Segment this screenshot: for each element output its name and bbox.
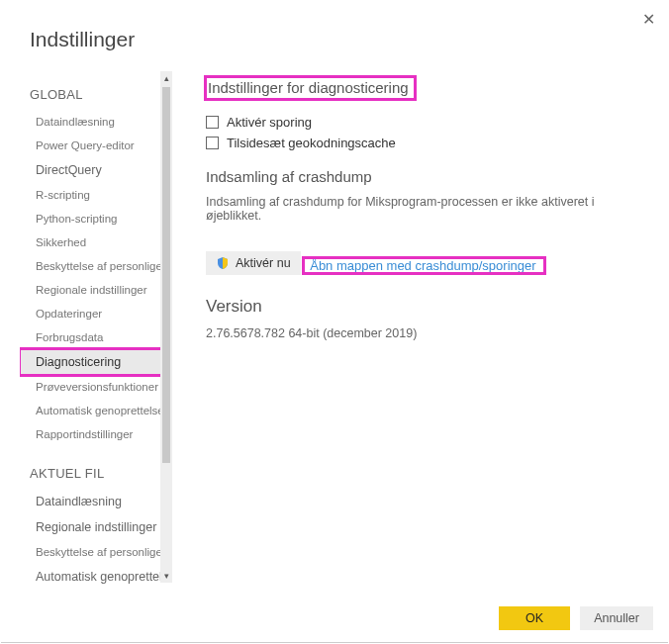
enable-now-button[interactable]: Aktivér nu <box>206 251 301 275</box>
settings-dialog: ✕ Indstillinger ▴ ▾ GLOBAL Dataindlæsnin… <box>0 0 669 644</box>
sidebar-item-power-query-editor[interactable]: Power Query-editor <box>20 134 172 157</box>
checkbox-icon <box>206 137 219 149</box>
enable-tracing-label: Aktivér sporing <box>227 115 312 130</box>
shield-icon <box>216 256 230 270</box>
sidebar-item-current-dataindlaesning[interactable]: Dataindlæsning <box>20 489 172 514</box>
enable-now-label: Aktivér nu <box>236 256 291 270</box>
sidebar-item-current-automatisk[interactable]: Automatisk genoprettelse <box>20 564 172 585</box>
crash-dump-heading: Indsamling af crashdump <box>206 168 649 185</box>
open-crashdump-folder-link[interactable]: Åbn mappen med crashdump/sporinger <box>304 255 543 278</box>
sidebar-item-forbrugsdata[interactable]: Forbrugsdata <box>20 325 172 349</box>
scrollbar-thumb[interactable] <box>162 87 170 463</box>
checkbox-icon <box>206 116 219 129</box>
sidebar-item-diagnosticering[interactable]: Diagnosticering <box>20 349 172 375</box>
override-geocoding-checkbox[interactable]: Tilsidesæt geokodningscache <box>206 136 649 150</box>
sidebar-item-directquery[interactable]: DirectQuery <box>20 157 172 183</box>
dialog-footer: OK Annuller <box>499 606 653 630</box>
sidebar: ▴ ▾ GLOBAL Dataindlæsning Power Query-ed… <box>20 69 172 585</box>
sidebar-item-opdateringer[interactable]: Opdateringer <box>20 302 172 325</box>
sidebar-item-current-regionale[interactable]: Regionale indstillinger <box>20 514 172 540</box>
enable-tracing-checkbox[interactable]: Aktivér sporing <box>206 115 649 130</box>
divider <box>1 642 668 643</box>
sidebar-item-regionale[interactable]: Regionale indstillinger <box>20 278 172 302</box>
content-pane: Indstillinger for diagnosticering Aktivé… <box>172 69 657 585</box>
sidebar-item-automatisk-genoprettelse[interactable]: Automatisk genoprettelse <box>20 399 172 422</box>
diagnostics-settings-heading: Indstillinger for diagnosticering <box>206 77 415 99</box>
version-heading: Version <box>206 297 649 317</box>
dialog-body: ▴ ▾ GLOBAL Dataindlæsning Power Query-ed… <box>20 69 657 585</box>
open-folder-link-wrapper: Åbn mappen med crashdump/sporinger <box>304 258 543 273</box>
sidebar-item-r-scripting[interactable]: R-scripting <box>20 183 172 207</box>
sidebar-item-dataindlaesning[interactable]: Dataindlæsning <box>20 110 172 134</box>
sidebar-item-python-scripting[interactable]: Python-scripting <box>20 207 172 230</box>
sidebar-item-current-beskyttelse[interactable]: Beskyttelse af personlige oplysninger <box>20 540 172 564</box>
scrollbar[interactable]: ▴ ▾ <box>160 71 172 583</box>
cancel-button[interactable]: Annuller <box>580 606 653 630</box>
chevron-down-icon[interactable]: ▾ <box>160 569 172 583</box>
sidebar-section-global: GLOBAL <box>20 77 172 110</box>
sidebar-section-current: AKTUEL FIL <box>20 456 172 489</box>
sidebar-item-beskyttelse[interactable]: Beskyttelse af personlige oplysninger <box>20 254 172 278</box>
override-geocoding-label: Tilsidesæt geokodningscache <box>227 136 396 150</box>
sidebar-item-proveversionsfunktioner[interactable]: Prøveversionsfunktioner <box>20 375 172 399</box>
chevron-up-icon[interactable]: ▴ <box>160 71 172 85</box>
ok-button[interactable]: OK <box>499 606 570 630</box>
version-value: 2.76.5678.782 64-bit (december 2019) <box>206 326 649 340</box>
close-icon[interactable]: ✕ <box>642 10 655 29</box>
sidebar-item-sikkerhed[interactable]: Sikkerhed <box>20 230 172 254</box>
sidebar-item-rapportindstillinger[interactable]: Rapportindstillinger <box>20 422 172 446</box>
dialog-title: Indstillinger <box>0 0 669 51</box>
crash-dump-description: Indsamling af crashdump for Miksprogram-… <box>206 195 649 223</box>
